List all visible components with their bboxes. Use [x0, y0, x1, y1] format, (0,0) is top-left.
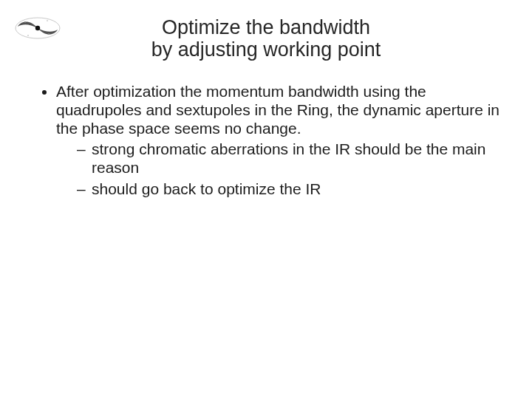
list-item: After optimization the momentum bandwidt…	[56, 83, 502, 199]
slide: Optimize the bandwidth by adjusting work…	[0, 0, 532, 399]
bullet-text: After optimization the momentum bandwidt…	[56, 83, 499, 137]
title-line-1: Optimize the bandwidth	[0, 16, 532, 38]
list-item: strong chromatic aberrations in the IR s…	[77, 140, 502, 177]
list-item: should go back to optimize the IR	[77, 180, 502, 199]
sub-bullet-text: strong chromatic aberrations in the IR s…	[92, 140, 485, 176]
sub-bullet-text: should go back to optimize the IR	[92, 180, 321, 197]
sub-bullet-list: strong chromatic aberrations in the IR s…	[56, 140, 502, 198]
title-line-2: by adjusting working point	[0, 38, 532, 61]
bullet-list: After optimization the momentum bandwidt…	[35, 83, 502, 199]
slide-title: Optimize the bandwidth by adjusting work…	[0, 16, 532, 61]
slide-body: After optimization the momentum bandwidt…	[35, 83, 502, 202]
